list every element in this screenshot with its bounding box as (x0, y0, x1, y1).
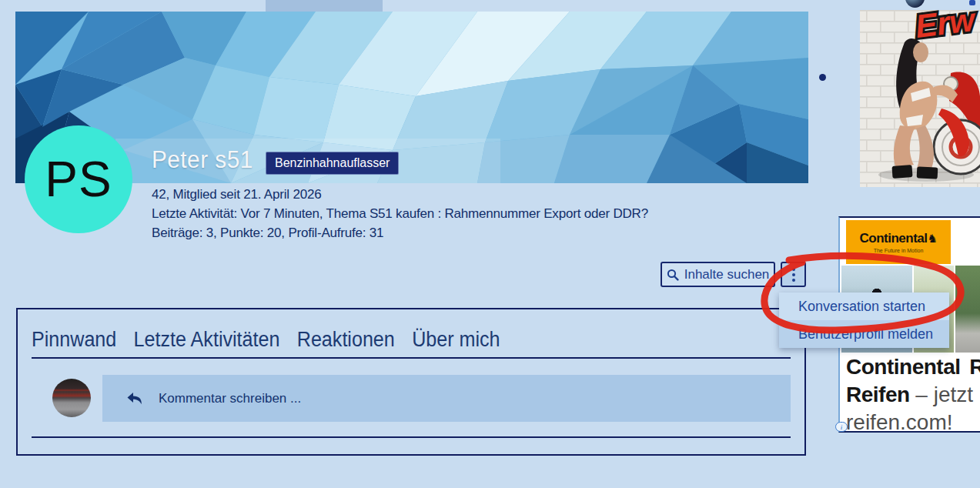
profile-info-stats: Beiträge: 3, Punkte: 20, Profil-Aufrufe:… (152, 223, 648, 242)
tab-pinnwand[interactable]: Pinnwand (32, 328, 116, 352)
partial-avatar-sphere (905, 0, 925, 8)
search-content-button[interactable]: Inhalte suchen (661, 262, 775, 287)
profile-info-last-activity: Letzte Aktivität: Vor 7 Minuten, Thema S… (152, 204, 648, 223)
ad-headline-brand: Continental (846, 355, 961, 379)
continental-logo: Continental♞ (860, 231, 938, 246)
top-scroll-remnant (266, 0, 383, 12)
search-icon (667, 269, 679, 281)
continental-tagline: The Future in Motion (874, 248, 924, 253)
profile-info: 42, Mitglied seit 21. April 2026 Letzte … (152, 185, 648, 242)
ad-headline-url: reifen.com! (846, 409, 980, 433)
more-options-button[interactable] (781, 262, 806, 287)
lowpoly-banner-graphic (15, 12, 808, 183)
tab-letzte-aktivitaeten[interactable]: Letzte Aktivitäten (134, 328, 280, 352)
continental-ad-copy: Continental R Reifen – jetzt reifen.com! (846, 353, 980, 433)
tab-ueber-mich[interactable]: Über mich (412, 328, 500, 352)
visitor-avatar (52, 379, 91, 417)
ad-headline-rest: – jetzt (910, 383, 973, 406)
profile-avatar: PS (25, 125, 132, 233)
avatar-initials: PS (45, 151, 112, 208)
ad-headline-product: Reifen (846, 383, 910, 406)
wall-divider (32, 436, 791, 438)
tab-reaktionen[interactable]: Reaktionen (297, 328, 395, 352)
kebab-menu-icon (792, 268, 795, 282)
ad-info-icon[interactable]: i (835, 422, 848, 432)
comment-input-bar[interactable]: Kommentar schreiben ... (102, 375, 791, 422)
search-button-label: Inhalte suchen (684, 267, 770, 282)
profile-username: Peter s51 (152, 146, 253, 174)
reply-arrow-icon (124, 389, 145, 408)
profile-info-age-joined: 42, Mitglied seit 21. April 2026 (152, 185, 648, 204)
ad-headline-partial: R (969, 355, 980, 379)
profile-banner (15, 12, 808, 183)
horse-icon: ♞ (928, 232, 938, 245)
comment-placeholder: Kommentar schreiben ... (159, 391, 301, 406)
user-rank-badge: Benzinhahnauflasser (266, 152, 399, 175)
menu-item-start-conversation[interactable]: Konversation starten (779, 292, 949, 320)
menu-item-report-profile[interactable]: Benutzerprofil melden (779, 320, 949, 348)
moped-pinup-ad[interactable]: Erw (860, 10, 980, 187)
trees-photo (955, 266, 980, 353)
list-bullet (819, 74, 826, 81)
continental-logo-box: Continental♞ The Future in Motion (846, 220, 951, 264)
moped-pinup-ad-graphic: Erw (860, 10, 980, 187)
partial-icon (969, 0, 975, 5)
tabbar-underline (32, 357, 791, 359)
profile-tabbar: Pinnwand Letzte Aktivitäten Reaktionen Ü… (32, 328, 500, 352)
profile-actions-menu: Konversation starten Benutzerprofil meld… (779, 292, 949, 348)
